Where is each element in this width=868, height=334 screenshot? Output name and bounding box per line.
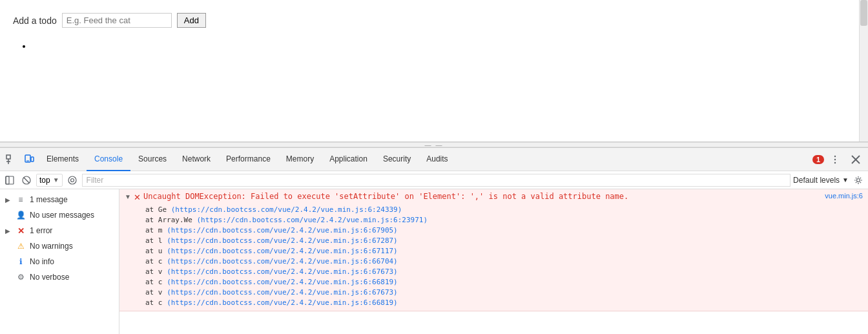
- svg-rect-11: [6, 176, 9, 184]
- sidebar-item-warnings[interactable]: ▶ ⚠ No warnings: [0, 238, 119, 254]
- devtools-panel: Elements Console Sources Network Perform…: [0, 147, 868, 334]
- clear-console-icon[interactable]: [19, 173, 34, 187]
- trace-line-4: at u (https://cdn.bootcss.com/vue/2.4.2/…: [145, 246, 863, 256]
- tab-security[interactable]: Security: [375, 148, 418, 171]
- console-toolbar: top ▼ Default levels ▼: [0, 171, 868, 189]
- messages-icon: ≡: [16, 194, 26, 205]
- trace-link-5[interactable]: (https://cdn.bootcss.com/vue/2.4.2/vue.m…: [167, 257, 398, 266]
- svg-line-14: [24, 178, 29, 183]
- tab-sources[interactable]: Sources: [130, 148, 174, 171]
- trace-link-9[interactable]: (https://cdn.bootcss.com/vue/2.4.2/vue.m…: [167, 298, 398, 307]
- default-levels-selector[interactable]: Default levels ▼: [793, 176, 849, 185]
- trace-line-1: at Array.We (https://cdn.bootcss.com/vue…: [145, 215, 863, 225]
- info-label: No info: [30, 257, 54, 266]
- warnings-icon: ⚠: [16, 241, 26, 251]
- sidebar-item-info[interactable]: ▶ ℹ No info: [0, 254, 119, 269]
- console-content: ▶ ≡ 1 message ▶ 👤 No user messages ▶ ✕ 1…: [0, 189, 868, 334]
- add-todo-button[interactable]: Add: [177, 13, 206, 28]
- trace-line-3: at l (https://cdn.bootcss.com/vue/2.4.2/…: [145, 236, 863, 246]
- sidebar-item-messages[interactable]: ▶ ≡ 1 message: [0, 192, 119, 207]
- verbose-label: No verbose: [30, 273, 69, 282]
- svg-point-15: [68, 176, 76, 184]
- log-trace: at Ge (https://cdn.bootcss.com/vue/2.4.2…: [119, 205, 868, 311]
- errors-icon: ✕: [16, 225, 26, 236]
- trace-link-4[interactable]: (https://cdn.bootcss.com/vue/2.4.2/vue.m…: [167, 247, 398, 255]
- svg-point-8: [834, 162, 836, 163]
- console-sidebar-toggle-icon[interactable]: [3, 173, 17, 187]
- verbose-icon: ⚙: [16, 272, 26, 282]
- trace-line-6: at v (https://cdn.bootcss.com/vue/2.4.2/…: [145, 267, 863, 277]
- info-icon: ℹ: [16, 256, 26, 267]
- trace-link-6[interactable]: (https://cdn.bootcss.com/vue/2.4.2/vue.m…: [167, 267, 398, 276]
- errors-expand-icon: ▶: [5, 227, 12, 235]
- devtools-tabs-bar: Elements Console Sources Network Perform…: [0, 148, 868, 171]
- context-label: top: [39, 176, 50, 185]
- add-todo-input[interactable]: [62, 13, 172, 28]
- todo-list-item: [32, 41, 855, 51]
- log-entry-error: ▼ ✕ Uncaught DOMException: Failed to exe…: [119, 189, 868, 311]
- svg-point-7: [834, 158, 836, 160]
- log-entry-main: ▼ ✕ Uncaught DOMException: Failed to exe…: [119, 189, 868, 205]
- user-messages-label: No user messages: [30, 211, 94, 220]
- add-todo-label: Add a todo: [13, 16, 57, 26]
- default-levels-dropdown-icon: ▼: [842, 176, 849, 183]
- trace-line-5: at c (https://cdn.bootcss.com/vue/2.4.2/…: [145, 256, 863, 267]
- sidebar-item-errors[interactable]: ▶ ✕ 1 error: [0, 223, 119, 238]
- log-error-message: Uncaught DOMException: Failed to execute…: [143, 192, 822, 201]
- trace-link-0[interactable]: (https://cdn.bootcss.com/vue/2.4.2/vue.m…: [171, 205, 402, 214]
- trace-line-7: at c (https://cdn.bootcss.com/vue/2.4.2/…: [145, 277, 863, 287]
- warnings-label: No warnings: [30, 242, 73, 251]
- preserve-log-icon[interactable]: [65, 173, 79, 187]
- tab-network[interactable]: Network: [174, 148, 218, 171]
- console-sidebar: ▶ ≡ 1 message ▶ 👤 No user messages ▶ ✕ 1…: [0, 189, 119, 334]
- messages-label: 1 message: [30, 195, 68, 204]
- filter-input[interactable]: [82, 174, 790, 187]
- trace-line-8: at v (https://cdn.bootcss.com/vue/2.4.2/…: [145, 287, 863, 298]
- svg-point-16: [70, 178, 74, 182]
- user-messages-icon: 👤: [16, 210, 26, 220]
- trace-line-2: at m (https://cdn.bootcss.com/vue/2.4.2/…: [145, 225, 863, 236]
- more-options-icon[interactable]: [827, 151, 843, 168]
- trace-link-3[interactable]: (https://cdn.bootcss.com/vue/2.4.2/vue.m…: [167, 236, 398, 245]
- tab-elements[interactable]: Elements: [39, 148, 87, 171]
- error-count-badge: 1: [812, 155, 824, 164]
- svg-point-6: [834, 155, 836, 156]
- tab-memory[interactable]: Memory: [278, 148, 322, 171]
- tab-audits[interactable]: Audits: [418, 148, 455, 171]
- context-dropdown-icon: ▼: [53, 176, 59, 183]
- tab-console[interactable]: Console: [87, 148, 130, 171]
- tab-application[interactable]: Application: [322, 148, 375, 171]
- webpage-area: Add a todo Add: [0, 0, 868, 142]
- svg-point-17: [857, 178, 860, 182]
- sidebar-item-user-messages[interactable]: ▶ 👤 No user messages: [0, 207, 119, 223]
- trace-link-7[interactable]: (https://cdn.bootcss.com/vue/2.4.2/vue.m…: [167, 278, 398, 286]
- trace-link-8[interactable]: (https://cdn.bootcss.com/vue/2.4.2/vue.m…: [167, 288, 398, 297]
- tab-performance[interactable]: Performance: [218, 148, 278, 171]
- console-settings-icon[interactable]: [851, 173, 865, 187]
- svg-rect-0: [6, 155, 10, 159]
- log-source-link[interactable]: vue.min.js:6: [825, 192, 863, 200]
- trace-link-1[interactable]: (https://cdn.bootcss.com/vue/2.4.2/vue.m…: [196, 216, 428, 224]
- messages-expand-icon: ▶: [5, 196, 12, 204]
- log-expand-button[interactable]: ▼: [125, 193, 131, 200]
- close-devtools-icon[interactable]: [847, 151, 864, 168]
- webpage-scrollbar[interactable]: [859, 0, 868, 141]
- context-selector[interactable]: top ▼: [36, 174, 63, 187]
- inspect-element-icon[interactable]: [3, 151, 19, 168]
- console-log-area[interactable]: ▼ ✕ Uncaught DOMException: Failed to exe…: [119, 189, 868, 334]
- trace-line-0: at Ge (https://cdn.bootcss.com/vue/2.4.2…: [145, 205, 863, 215]
- log-error-icon: ✕: [134, 193, 141, 202]
- resize-handle[interactable]: — —: [0, 142, 868, 147]
- svg-rect-12: [6, 176, 14, 184]
- webpage-scrollbar-thumb: [860, 0, 867, 26]
- sidebar-item-verbose[interactable]: ▶ ⚙ No verbose: [0, 269, 119, 285]
- errors-label: 1 error: [30, 226, 52, 235]
- device-toolbar-icon[interactable]: [21, 151, 37, 168]
- svg-rect-4: [31, 157, 34, 162]
- trace-link-2[interactable]: (https://cdn.bootcss.com/vue/2.4.2/vue.m…: [167, 226, 398, 235]
- trace-line-9: at c (https://cdn.bootcss.com/vue/2.4.2/…: [145, 298, 863, 308]
